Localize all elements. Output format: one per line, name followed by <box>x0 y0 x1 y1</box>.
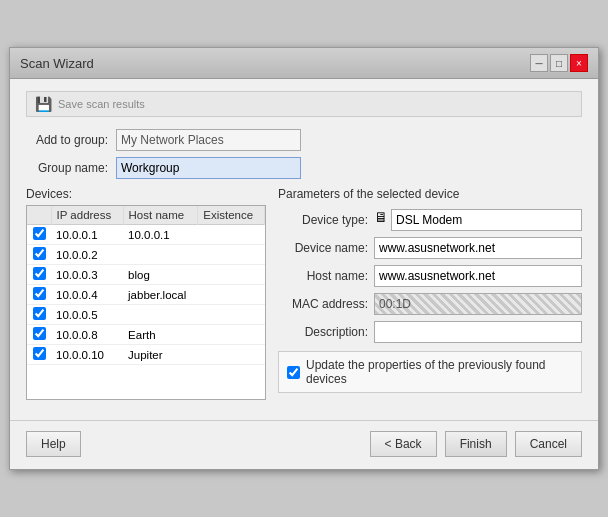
devices-label: Devices: <box>26 187 266 201</box>
row-checkbox[interactable] <box>33 247 46 260</box>
row-host: jabber.local <box>123 285 198 305</box>
devices-panel: Devices: IP address Host name Existence <box>26 187 266 400</box>
cancel-button[interactable]: Cancel <box>515 431 582 457</box>
row-checkbox[interactable] <box>33 267 46 280</box>
footer-left: Help <box>26 431 81 457</box>
table-header-row: IP address Host name Existence <box>27 206 265 225</box>
watermark-text: Save scan results <box>58 98 145 110</box>
row-checkbox-cell[interactable] <box>27 345 51 365</box>
minimize-button[interactable]: ─ <box>530 54 548 72</box>
row-checkbox-cell[interactable] <box>27 225 51 245</box>
content-area: Devices: IP address Host name Existence <box>26 187 582 400</box>
row-host: Jupiter <box>123 345 198 365</box>
device-type-label: Device type: <box>278 213 368 227</box>
footer: Help < Back Finish Cancel <box>10 420 598 469</box>
group-name-label: Group name: <box>26 161 116 175</box>
device-name-row: Device name: <box>278 237 582 259</box>
add-to-group-input[interactable] <box>116 129 301 151</box>
row-checkbox[interactable] <box>33 307 46 320</box>
row-checkbox[interactable] <box>33 327 46 340</box>
row-existence <box>198 305 265 325</box>
host-name-label: Host name: <box>278 269 368 283</box>
row-ip: 10.0.0.3 <box>51 265 123 285</box>
row-checkbox[interactable] <box>33 227 46 240</box>
description-label: Description: <box>278 325 368 339</box>
row-checkbox-cell[interactable] <box>27 285 51 305</box>
row-existence <box>198 245 265 265</box>
params-panel: Parameters of the selected device Device… <box>278 187 582 400</box>
row-checkbox[interactable] <box>33 347 46 360</box>
device-type-select[interactable]: DSL Modem Router Switch Hub PC Server Pr… <box>391 209 582 231</box>
params-form: Device type: 🖥 DSL Modem Router Switch H… <box>278 209 582 343</box>
device-type-row: Device type: 🖥 DSL Modem Router Switch H… <box>278 209 582 231</box>
row-ip: 10.0.0.1 <box>51 225 123 245</box>
mac-address-row: MAC address: <box>278 293 582 315</box>
title-bar: Scan Wizard ─ □ × <box>10 48 598 79</box>
host-name-input[interactable] <box>374 265 582 287</box>
row-checkbox-cell[interactable] <box>27 325 51 345</box>
row-checkbox-cell[interactable] <box>27 245 51 265</box>
col-ip: IP address <box>51 206 123 225</box>
group-name-input[interactable] <box>116 157 301 179</box>
row-ip: 10.0.0.8 <box>51 325 123 345</box>
device-type-select-wrapper: 🖥 DSL Modem Router Switch Hub PC Server … <box>374 209 582 231</box>
watermark-bar: 💾 Save scan results <box>26 91 582 117</box>
row-existence <box>198 225 265 245</box>
back-button[interactable]: < Back <box>370 431 437 457</box>
table-row: 10.0.0.2 <box>27 245 265 265</box>
row-existence <box>198 325 265 345</box>
params-title: Parameters of the selected device <box>278 187 582 201</box>
table-row: 10.0.0.8 Earth <box>27 325 265 345</box>
description-row: Description: <box>278 321 582 343</box>
table-row: 10.0.0.3 blog <box>27 265 265 285</box>
save-icon: 💾 <box>35 96 52 112</box>
close-button[interactable]: × <box>570 54 588 72</box>
finish-button[interactable]: Finish <box>445 431 507 457</box>
row-existence <box>198 285 265 305</box>
add-to-group-row: Add to group: <box>26 129 582 151</box>
row-host: Earth <box>123 325 198 345</box>
help-button[interactable]: Help <box>26 431 81 457</box>
maximize-button[interactable]: □ <box>550 54 568 72</box>
row-ip: 10.0.0.4 <box>51 285 123 305</box>
row-host: 10.0.0.1 <box>123 225 198 245</box>
row-host: blog <box>123 265 198 285</box>
mac-address-label: MAC address: <box>278 297 368 311</box>
row-host <box>123 245 198 265</box>
description-input[interactable] <box>374 321 582 343</box>
title-bar-controls: ─ □ × <box>530 54 588 72</box>
device-name-label: Device name: <box>278 241 368 255</box>
row-checkbox-cell[interactable] <box>27 305 51 325</box>
col-existence: Existence <box>198 206 265 225</box>
devices-table: IP address Host name Existence 10.0.0.1 … <box>27 206 265 365</box>
mac-address-input[interactable] <box>374 293 582 315</box>
row-checkbox-cell[interactable] <box>27 265 51 285</box>
group-name-row: Group name: <box>26 157 582 179</box>
update-checkbox[interactable] <box>287 366 300 379</box>
table-row: 10.0.0.10 Jupiter <box>27 345 265 365</box>
devices-table-wrapper: IP address Host name Existence 10.0.0.1 … <box>26 205 266 400</box>
col-host: Host name <box>123 206 198 225</box>
footer-right: < Back Finish Cancel <box>370 431 582 457</box>
window-body: 💾 Save scan results Add to group: Group … <box>10 79 598 412</box>
update-label[interactable]: Update the properties of the previously … <box>306 358 573 386</box>
device-name-input[interactable] <box>374 237 582 259</box>
table-row: 10.0.0.4 jabber.local <box>27 285 265 305</box>
update-checkbox-row: Update the properties of the previously … <box>278 351 582 393</box>
row-existence <box>198 345 265 365</box>
row-checkbox[interactable] <box>33 287 46 300</box>
row-ip: 10.0.0.10 <box>51 345 123 365</box>
row-ip: 10.0.0.2 <box>51 245 123 265</box>
row-host <box>123 305 198 325</box>
scan-wizard-window: Scan Wizard ─ □ × 💾 Save scan results Ad… <box>9 47 599 470</box>
row-existence <box>198 265 265 285</box>
window-title: Scan Wizard <box>20 56 94 71</box>
row-ip: 10.0.0.5 <box>51 305 123 325</box>
add-to-group-label: Add to group: <box>26 133 116 147</box>
col-check <box>27 206 51 225</box>
table-row: 10.0.0.1 10.0.0.1 <box>27 225 265 245</box>
table-row: 10.0.0.5 <box>27 305 265 325</box>
device-type-icon: 🖥 <box>374 209 388 231</box>
host-name-row: Host name: <box>278 265 582 287</box>
